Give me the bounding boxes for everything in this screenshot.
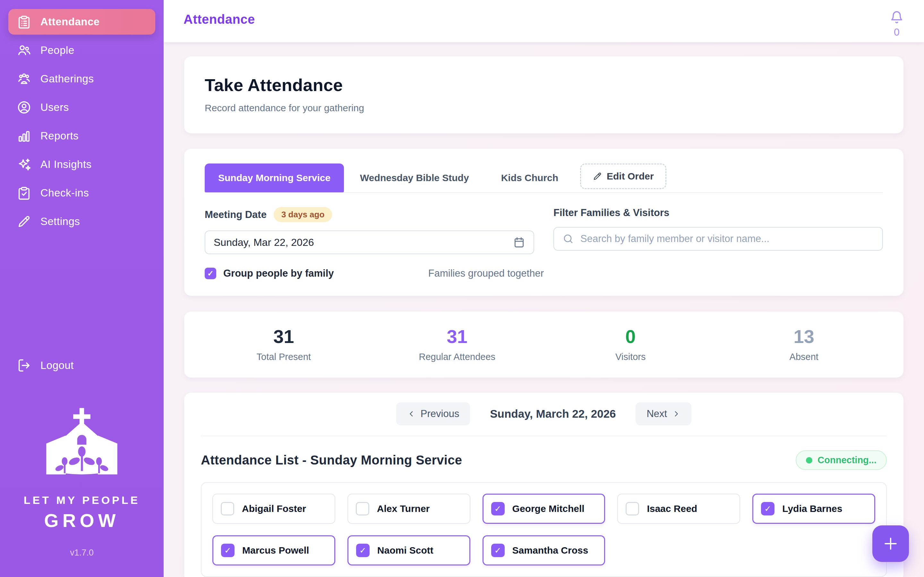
gathering-icon [17, 71, 31, 86]
connection-status-badge: Connecting... [796, 450, 887, 470]
chevron-right-icon [672, 409, 680, 418]
stat-value: 13 [717, 326, 891, 347]
notification-count: 0 [894, 26, 900, 38]
checkbox-unchecked[interactable] [356, 502, 369, 516]
attendee-lydia-barnes[interactable]: ✓Lydia Barnes [752, 494, 875, 524]
people-icon [17, 43, 31, 58]
date-navigation: Previous Sunday, March 22, 2026 Next [201, 393, 887, 436]
brand-line1: LET MY PEOPLE [24, 494, 140, 506]
take-attendance-card: Take Attendance Record attendance for yo… [184, 56, 903, 133]
next-label: Next [646, 408, 667, 420]
user-circle-icon [17, 100, 31, 115]
chevron-left-icon [407, 409, 416, 418]
checkbox-checked[interactable]: ✓ [356, 544, 370, 557]
sidebar-item-label: AI Insights [40, 158, 92, 171]
attendee-samantha-cross[interactable]: ✓Samantha Cross [483, 535, 606, 566]
attendee-naomi-scott[interactable]: ✓Naomi Scott [347, 535, 470, 566]
attendance-list-title: Attendance List - Sunday Morning Service [201, 453, 462, 467]
tab-sunday-morning-service[interactable]: Sunday Morning Service [205, 163, 344, 192]
page-title: Attendance [184, 10, 255, 27]
main-area: Attendance 0 Take Attendance Record atte… [164, 0, 924, 577]
search-icon [562, 233, 574, 245]
plus-icon [881, 534, 900, 553]
grouping-status-text: Families grouped together [428, 268, 544, 279]
attendee-name: Abigail Foster [242, 503, 306, 514]
logout-button[interactable]: Logout [8, 353, 155, 378]
attendee-name: Marcus Powell [242, 545, 309, 556]
current-date-text: Sunday, March 22, 2026 [485, 408, 620, 420]
stat-label: Visitors [544, 351, 717, 362]
sidebar-item-label: Reports [40, 130, 79, 142]
stat-value: 31 [197, 326, 371, 347]
tab-wednesday-bible-study[interactable]: Wednesday Bible Study [344, 163, 485, 192]
sidebar-item-label: People [40, 44, 74, 56]
attendee-marcus-powell[interactable]: ✓Marcus Powell [212, 535, 335, 566]
stat-label: Regular Attendees [371, 351, 544, 362]
attendance-form-card: Sunday Morning Service Wednesday Bible S… [184, 149, 903, 296]
next-date-button[interactable]: Next [636, 402, 691, 425]
filter-field: Filter Families & Visitors Search by fam… [553, 207, 883, 254]
attendance-list-card: Previous Sunday, March 22, 2026 Next Att… [184, 393, 903, 577]
sidebar-item-label: Gatherings [40, 73, 94, 85]
church-logo-icon [42, 399, 122, 486]
gathering-tabs: Sunday Morning Service Wednesday Bible S… [205, 163, 883, 193]
search-placeholder: Search by family member or visitor name.… [580, 233, 769, 245]
tab-kids-church[interactable]: Kids Church [485, 163, 574, 192]
sidebar-item-label: Check-ins [40, 187, 89, 199]
top-header: Attendance 0 [164, 0, 924, 42]
brand-logo: LET MY PEOPLE GROW [8, 399, 155, 531]
take-attendance-title: Take Attendance [205, 75, 883, 95]
sidebar-item-ai-insights[interactable]: AI Insights [8, 152, 155, 177]
sidebar-item-settings[interactable]: Settings [8, 209, 155, 234]
attendee-name: Samantha Cross [512, 545, 588, 556]
stat-value: 0 [544, 326, 717, 347]
edit-order-button[interactable]: Edit Order [580, 163, 666, 189]
brand-line2: GROW [44, 510, 120, 531]
attendee-alex-turner[interactable]: Alex Turner [347, 494, 470, 524]
app-version: v1.7.0 [8, 548, 155, 558]
attendee-abigail-foster[interactable]: Abigail Foster [212, 494, 335, 524]
attendee-grid: Abigail FosterAlex Turner✓George Mitchel… [201, 482, 887, 577]
checkbox-checked[interactable]: ✓ [491, 502, 505, 516]
content-scroll[interactable]: Take Attendance Record attendance for yo… [164, 42, 924, 577]
attendee-name: Lydia Barnes [782, 503, 842, 514]
sidebar-item-users[interactable]: Users [8, 95, 155, 120]
checkbox-unchecked[interactable] [626, 502, 639, 516]
stats-card: 31Total Present31Regular Attendees0Visit… [184, 311, 903, 378]
stat-value: 31 [371, 326, 544, 347]
bell-icon[interactable] [889, 10, 904, 24]
stat-absent: 13Absent [717, 326, 891, 362]
calendar-icon[interactable] [513, 236, 525, 248]
sparkles-icon [17, 157, 31, 172]
sidebar-item-attendance[interactable]: Attendance [8, 9, 155, 35]
stat-total-present: 31Total Present [197, 326, 371, 362]
sidebar-item-gatherings[interactable]: Gatherings [8, 66, 155, 92]
notification-area[interactable]: 0 [889, 10, 904, 38]
attendee-name: George Mitchell [512, 503, 585, 514]
checkbox-checked[interactable]: ✓ [221, 544, 234, 557]
sidebar-item-label: Attendance [40, 16, 100, 28]
sidebar: AttendancePeopleGatheringsUsersReportsAI… [0, 0, 164, 577]
attendee-isaac-reed[interactable]: Isaac Reed [617, 494, 740, 524]
stat-label: Total Present [197, 351, 371, 362]
checkbox-checked[interactable]: ✓ [491, 544, 505, 557]
meeting-date-input[interactable]: Sunday, Mar 22, 2026 [205, 230, 534, 254]
search-input[interactable]: Search by family member or visitor name.… [553, 227, 883, 251]
checkbox-checked[interactable]: ✓ [761, 502, 774, 516]
sidebar-nav: AttendancePeopleGatheringsUsersReportsAI… [8, 9, 155, 237]
sidebar-item-reports[interactable]: Reports [8, 123, 155, 149]
attendee-name: Alex Turner [377, 503, 430, 514]
filter-label: Filter Families & Visitors [553, 207, 669, 219]
group-by-family-checkbox[interactable]: ✓ [205, 268, 216, 279]
previous-date-button[interactable]: Previous [396, 402, 470, 425]
checkbox-unchecked[interactable] [221, 502, 234, 516]
attendee-george-mitchell[interactable]: ✓George Mitchell [483, 494, 606, 524]
logout-icon [17, 358, 31, 373]
sidebar-item-people[interactable]: People [8, 37, 155, 63]
take-attendance-subtitle: Record attendance for your gathering [205, 103, 883, 113]
sidebar-item-check-ins[interactable]: Check-ins [8, 180, 155, 206]
sidebar-item-label: Users [40, 101, 69, 113]
days-ago-badge: 3 days ago [274, 207, 332, 222]
logout-label: Logout [40, 359, 74, 372]
add-button[interactable] [872, 525, 909, 562]
